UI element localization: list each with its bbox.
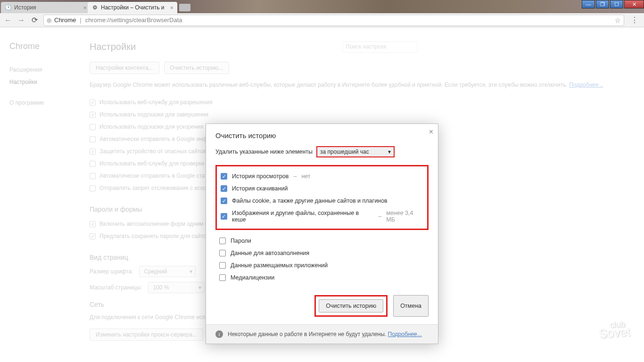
checkbox-autofill[interactable] (219, 250, 226, 256)
time-range-label: Удалить указанные ниже элементы (215, 148, 313, 155)
window-controls: — ❐ ☐ ✕ (581, 0, 644, 8)
dialog-actions: Очистить историю Отмена (206, 290, 438, 324)
chrome-icon: ◎ (47, 17, 51, 24)
tab-history[interactable]: 🕑 История × (1, 2, 91, 13)
window-restore-button[interactable]: ❐ (596, 0, 609, 8)
checkbox-cookies[interactable] (221, 197, 227, 204)
forward-button[interactable]: → (17, 16, 25, 25)
history-icon: 🕑 (5, 4, 11, 11)
checkbox-media-licenses[interactable] (219, 274, 226, 281)
tab-label: Настройки – Очистить и (101, 4, 164, 11)
checkbox-hosted-apps[interactable] (219, 262, 226, 269)
dialog-header: Очистить историю × (206, 124, 438, 146)
tab-strip: 🕑 История × ⚙ Настройки – Очистить и × (1, 2, 190, 13)
close-icon[interactable]: × (83, 4, 87, 11)
time-range-select[interactable]: за прошедший час (316, 146, 395, 157)
checkbox-passwords[interactable] (219, 238, 226, 244)
clear-data-confirm-button[interactable]: Очистить историю (319, 299, 383, 313)
browser-toolbar: ← → ⟳ ◎ Chrome | chrome://settings/clear… (0, 13, 644, 27)
watermark-logo: club Sovet (598, 321, 630, 340)
close-icon[interactable]: × (170, 4, 173, 11)
bookmark-star-icon[interactable]: ☆ (615, 16, 621, 24)
back-button[interactable]: ← (4, 16, 12, 25)
footer-text: Некоторые данные о работе в Интернете не… (228, 331, 386, 337)
window-maximize-button[interactable]: ☐ (610, 0, 623, 8)
origin-label: Chrome (54, 16, 76, 24)
reload-button[interactable]: ⟳ (30, 16, 39, 25)
gear-icon: ⚙ (91, 4, 98, 11)
window-close-button[interactable]: ✕ (624, 0, 644, 8)
clear-browsing-data-dialog: Очистить историю × Удалить указанные ниж… (206, 123, 438, 344)
info-icon: i (215, 330, 223, 338)
window-minimize-button[interactable]: — (582, 0, 595, 8)
dialog-close-button[interactable]: × (429, 128, 433, 136)
tab-label: История (14, 4, 36, 11)
browser-menu-button[interactable]: ⋮ (629, 16, 640, 25)
checkbox-download-history[interactable] (221, 185, 227, 192)
checkbox-cached-images[interactable] (221, 213, 227, 220)
highlighted-checkbox-group: История просмотров – нет История скачива… (215, 165, 429, 230)
page-content: Chrome Расширения Настройки О программе … (0, 27, 644, 362)
plain-checkbox-group: Пароли Данные для автозаполнения Данные … (215, 235, 429, 284)
checkbox-browsing-history[interactable] (221, 173, 227, 180)
new-tab-button[interactable] (179, 4, 190, 11)
address-bar[interactable]: ◎ Chrome | chrome://settings/clearBrowse… (43, 15, 624, 26)
footer-learn-more-link[interactable]: Подробнее... (388, 331, 422, 337)
window-titlebar: 🕑 История × ⚙ Настройки – Очистить и × —… (0, 0, 644, 13)
cancel-button[interactable]: Отмена (393, 295, 429, 317)
url-text: chrome://settings/clearBrowserData (85, 16, 182, 24)
dialog-title: Очистить историю (215, 132, 276, 140)
tab-settings[interactable]: ⚙ Настройки – Очистить и × (88, 2, 177, 13)
dialog-footer: i Некоторые данные о работе в Интернете … (206, 324, 438, 344)
